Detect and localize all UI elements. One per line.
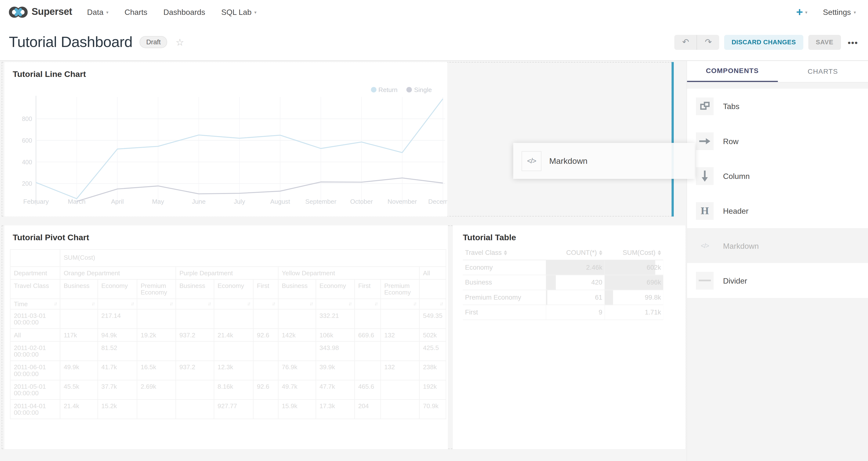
sort-arrows-icon: ↓↑ [54,301,57,306]
pivot-column-sort[interactable]: ↓↑ [176,299,214,309]
svg-text:July: July [234,198,245,205]
pivot-row: All117k94.9k19.2k937.221.4k92.6142k106k6… [10,329,446,341]
chevron-down-icon: ▾ [106,10,108,15]
more-options-button[interactable]: ••• [848,37,858,47]
pivot-row-label: 2011-04-01 00:00:00 [10,399,60,419]
nav-item-data[interactable]: Data▾ [87,7,108,16]
pivot-col-group: All [419,267,446,279]
undo-redo-group: ↶ ↷ [675,35,719,50]
pivot-column-sort[interactable]: ↓↑ [278,299,316,309]
sidebar-item-column[interactable]: Column [687,158,868,193]
sort-carets-icon [504,250,507,255]
pivot-column-sort[interactable]: ↓↑ [354,299,380,309]
sort-arrows-icon: ↓↑ [310,301,312,306]
drag-ghost-markdown[interactable]: </> Markdown [513,143,695,179]
svg-text:400: 400 [22,159,32,165]
pivot-chart-card[interactable]: Tutorial Pivot Chart SUM(Cost)Department… [4,225,448,449]
pivot-column-sort[interactable]: ↓↑ [60,299,98,309]
markdown-icon: </> [696,237,714,255]
table-chart-card[interactable]: Tutorial Table Travel ClassCOUNT(*)SUM(C… [453,225,685,449]
divider-icon [696,272,714,289]
nav-right: + ▾ Settings ▾ [796,6,868,18]
pivot-sub-column: Premium Economy [137,279,176,299]
new-item-button[interactable]: + ▾ [796,6,807,18]
sort-carets-icon [658,250,661,255]
superset-app: Superset Data▾ChartsDashboardsSQL Lab▾ +… [0,0,868,461]
settings-label: Settings [823,7,851,16]
sidebar-item-markdown[interactable]: </>Markdown [687,228,868,263]
sort-arrows-icon: ↓↑ [208,301,210,306]
page-title[interactable]: Tutorial Dashboard [9,34,132,51]
settings-menu[interactable]: Settings ▾ [823,7,856,16]
undo-button[interactable]: ↶ [675,35,697,50]
svg-text:200: 200 [22,180,32,187]
pivot-table: SUM(Cost)DepartmentOrange DepartmentPurp… [10,249,446,419]
table-header-travel-class[interactable]: Travel Class [463,245,546,260]
sidebar-item-row[interactable]: Row [687,123,868,158]
pivot-row-label: 2011-05-01 00:00:00 [10,380,60,400]
tab-charts[interactable]: CHARTS [777,61,868,82]
pivot-sub-column: Travel Class [10,279,60,299]
pivot-row: 2011-05-01 00:00:0045.5k37.7k2.69k8.16k9… [10,380,446,400]
svg-text:June: June [192,198,206,205]
pivot-row: 2011-02-01 00:00:0081.52343.98425.5 [10,341,446,361]
sort-arrows-icon: ↓↑ [440,301,442,306]
favorite-star-icon[interactable]: ☆ [176,36,184,48]
tabs-icon [696,97,714,115]
pivot-col-group: Orange Department [60,267,176,279]
pivot-column-sort[interactable]: ↓↑ [214,299,253,309]
line-chart-plot: 200400600800FebruaryMarchAprilMayJuneJul… [4,91,447,210]
line-chart-card[interactable]: Tutorial Line Chart ReturnSingle 2004006… [4,62,447,217]
pivot-sub-column: Economy [316,279,354,299]
superset-logo[interactable]: Superset [9,5,72,19]
pivot-sub-column: Business [278,279,316,299]
column-arrow-icon [696,167,714,185]
pivot-column-sort[interactable]: ↓↑ [380,299,419,309]
nav-item-dashboards[interactable]: Dashboards [163,7,205,16]
pivot-column-sort[interactable]: ↓↑ [419,299,446,309]
sidebar-item-header[interactable]: HHeader [687,193,868,228]
table-header-count-[interactable]: COUNT(*) [546,245,604,260]
sort-arrows-icon: ↓↑ [131,301,133,306]
drop-target-indicator [672,62,674,217]
chevron-down-icon: ▾ [805,10,807,15]
pivot-column-sort[interactable]: ↓↑ [316,299,354,309]
sidebar-item-tabs[interactable]: Tabs [687,89,868,123]
markdown-code-icon: </> [522,151,541,171]
svg-text:October: October [350,198,373,205]
nav-item-sql-lab[interactable]: SQL Lab▾ [221,7,256,16]
chart-title: Tutorial Pivot Chart [13,233,89,242]
sidebar-item-label: Tabs [723,101,739,110]
table-header-sum-cost-[interactable]: SUM(Cost) [604,245,663,260]
sidebar-item-divider[interactable]: Divider [687,263,868,298]
pivot-row: 2011-06-01 00:00:0049.9k41.7k16.5k937.21… [10,361,446,380]
sort-arrows-icon: ↓↑ [348,301,351,306]
dashboard-canvas: Tutorial Line Chart ReturnSingle 2004006… [0,61,686,461]
pivot-column-sort[interactable]: ↓↑ [253,299,278,309]
redo-button[interactable]: ↷ [697,35,719,50]
builder-sidebar: COMPONENTS CHARTS TabsRowColumnHHeader</… [686,61,868,461]
sort-arrows-icon: ↓↑ [272,301,275,306]
pivot-sub-column: Business [176,279,214,299]
save-button[interactable]: SAVE [808,35,841,50]
sort-carets-icon [599,250,602,255]
component-list: TabsRowColumnHHeader</>MarkdownDivider [687,89,868,298]
pivot-column-sort[interactable]: ↓↑ [137,299,176,309]
chart-title: Tutorial Table [463,233,516,242]
tab-components[interactable]: COMPONENTS [687,61,777,82]
header-icon: H [696,202,714,219]
sort-arrows-icon: ↓↑ [413,301,415,306]
sort-arrows-icon: ↓↑ [91,301,94,306]
chevron-down-icon: ▾ [254,10,256,15]
pivot-sub-column: Premium Economy [380,279,419,299]
pivot-col-group: Purple Department [176,267,278,279]
discard-changes-button[interactable]: DISCARD CHANGES [724,35,803,50]
sidebar-item-label: Header [723,206,748,215]
table-row: Premium Economy6199.8k [463,290,663,305]
pivot-column-sort[interactable]: ↓↑ [98,299,137,309]
nav-item-charts[interactable]: Charts [125,7,148,16]
pivot-row-axis-sort[interactable]: Time↓↑ [10,299,60,309]
chart-title: Tutorial Line Chart [13,69,86,79]
logo-text: Superset [32,6,72,18]
svg-text:600: 600 [22,137,32,144]
